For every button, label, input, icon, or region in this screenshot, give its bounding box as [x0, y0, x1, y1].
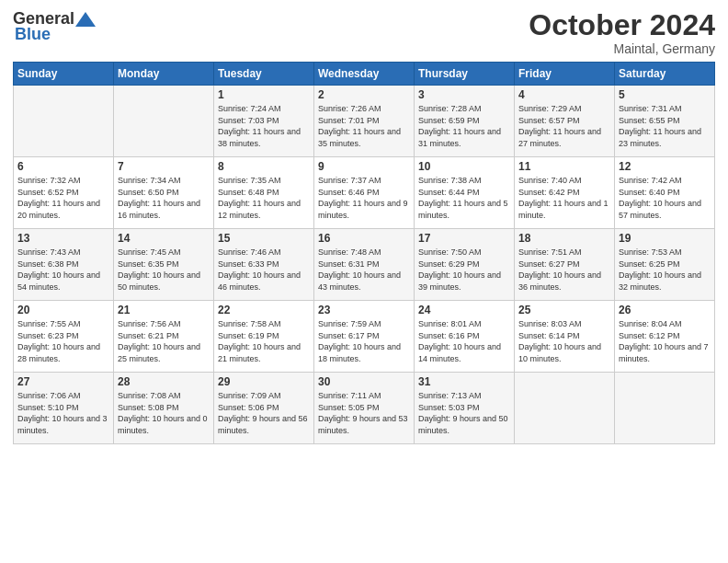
page-container: General Blue October 2024 Maintal, Germa…	[0, 0, 728, 454]
day-number: 11	[518, 160, 610, 173]
day-number: 7	[118, 160, 210, 173]
day-number: 21	[118, 304, 210, 316]
calendar-cell: 19Sunrise: 7:53 AM Sunset: 6:25 PM Dayli…	[615, 229, 715, 301]
day-number: 25	[518, 304, 610, 316]
calendar-cell	[615, 373, 715, 444]
day-info: Sunrise: 7:51 AM Sunset: 6:27 PM Dayligh…	[518, 247, 610, 293]
day-number: 4	[518, 88, 610, 101]
day-number: 28	[118, 375, 210, 388]
day-info: Sunrise: 7:09 AM Sunset: 5:06 PM Dayligh…	[218, 390, 310, 436]
calendar-table: SundayMondayTuesdayWednesdayThursdayFrid…	[13, 62, 715, 444]
day-number: 19	[619, 232, 711, 245]
logo-block: General Blue	[13, 9, 97, 44]
weekday-header-wednesday: Wednesday	[314, 63, 415, 86]
calendar-week-row: 20Sunrise: 7:55 AM Sunset: 6:23 PM Dayli…	[14, 301, 715, 373]
day-info: Sunrise: 7:08 AM Sunset: 5:08 PM Dayligh…	[118, 390, 210, 436]
calendar-cell: 31Sunrise: 7:13 AM Sunset: 5:03 PM Dayli…	[415, 373, 515, 444]
weekday-header-sunday: Sunday	[14, 63, 114, 86]
logo-icon	[75, 12, 96, 27]
day-number: 22	[218, 304, 310, 316]
day-number: 20	[17, 304, 109, 316]
day-info: Sunrise: 7:58 AM Sunset: 6:19 PM Dayligh…	[218, 318, 310, 364]
day-number: 16	[318, 232, 410, 245]
calendar-cell: 29Sunrise: 7:09 AM Sunset: 5:06 PM Dayli…	[214, 373, 314, 444]
day-info: Sunrise: 7:24 AM Sunset: 7:03 PM Dayligh…	[218, 103, 310, 149]
day-info: Sunrise: 7:53 AM Sunset: 6:25 PM Dayligh…	[619, 247, 711, 293]
calendar-cell: 1Sunrise: 7:24 AM Sunset: 7:03 PM Daylig…	[214, 86, 314, 157]
day-number: 1	[218, 88, 310, 101]
day-info: Sunrise: 7:06 AM Sunset: 5:10 PM Dayligh…	[17, 390, 109, 436]
day-number: 9	[318, 160, 410, 173]
day-number: 29	[218, 375, 310, 388]
calendar-cell: 9Sunrise: 7:37 AM Sunset: 6:46 PM Daylig…	[314, 157, 415, 229]
calendar-cell: 7Sunrise: 7:34 AM Sunset: 6:50 PM Daylig…	[114, 157, 214, 229]
weekday-header-monday: Monday	[114, 63, 214, 86]
calendar-cell	[515, 373, 615, 444]
day-info: Sunrise: 7:43 AM Sunset: 6:38 PM Dayligh…	[17, 247, 109, 293]
location: Maintal, Germany	[529, 41, 715, 56]
day-info: Sunrise: 7:37 AM Sunset: 6:46 PM Dayligh…	[318, 175, 410, 221]
calendar-cell: 18Sunrise: 7:51 AM Sunset: 6:27 PM Dayli…	[515, 229, 615, 301]
day-info: Sunrise: 7:46 AM Sunset: 6:33 PM Dayligh…	[218, 247, 310, 293]
calendar-cell: 14Sunrise: 7:45 AM Sunset: 6:35 PM Dayli…	[114, 229, 214, 301]
calendar-cell: 13Sunrise: 7:43 AM Sunset: 6:38 PM Dayli…	[14, 229, 114, 301]
calendar-week-row: 1Sunrise: 7:24 AM Sunset: 7:03 PM Daylig…	[14, 86, 715, 157]
day-number: 5	[619, 88, 711, 101]
weekday-header-thursday: Thursday	[415, 63, 515, 86]
calendar-cell	[14, 86, 114, 157]
day-info: Sunrise: 7:40 AM Sunset: 6:42 PM Dayligh…	[518, 175, 610, 221]
calendar-cell: 15Sunrise: 7:46 AM Sunset: 6:33 PM Dayli…	[214, 229, 314, 301]
day-number: 10	[418, 160, 510, 173]
day-info: Sunrise: 7:50 AM Sunset: 6:29 PM Dayligh…	[418, 247, 510, 293]
day-info: Sunrise: 7:28 AM Sunset: 6:59 PM Dayligh…	[418, 103, 510, 149]
day-info: Sunrise: 7:31 AM Sunset: 6:55 PM Dayligh…	[619, 103, 711, 149]
calendar-cell: 11Sunrise: 7:40 AM Sunset: 6:42 PM Dayli…	[515, 157, 615, 229]
day-info: Sunrise: 7:59 AM Sunset: 6:17 PM Dayligh…	[318, 318, 410, 364]
day-info: Sunrise: 7:38 AM Sunset: 6:44 PM Dayligh…	[418, 175, 510, 221]
calendar-cell: 4Sunrise: 7:29 AM Sunset: 6:57 PM Daylig…	[515, 86, 615, 157]
day-number: 17	[418, 232, 510, 245]
calendar-cell: 3Sunrise: 7:28 AM Sunset: 6:59 PM Daylig…	[415, 86, 515, 157]
calendar-cell: 5Sunrise: 7:31 AM Sunset: 6:55 PM Daylig…	[615, 86, 715, 157]
weekday-header-row: SundayMondayTuesdayWednesdayThursdayFrid…	[14, 63, 715, 86]
month-title: October 2024	[529, 9, 715, 41]
calendar-cell: 24Sunrise: 8:01 AM Sunset: 6:16 PM Dayli…	[415, 301, 515, 373]
calendar-cell: 10Sunrise: 7:38 AM Sunset: 6:44 PM Dayli…	[415, 157, 515, 229]
day-number: 12	[619, 160, 711, 173]
day-info: Sunrise: 7:32 AM Sunset: 6:52 PM Dayligh…	[17, 175, 109, 221]
day-number: 30	[318, 375, 410, 388]
day-number: 6	[17, 160, 109, 173]
svg-marker-1	[81, 19, 88, 27]
day-number: 14	[118, 232, 210, 245]
day-info: Sunrise: 8:04 AM Sunset: 6:12 PM Dayligh…	[619, 318, 711, 364]
calendar-week-row: 6Sunrise: 7:32 AM Sunset: 6:52 PM Daylig…	[14, 157, 715, 229]
day-info: Sunrise: 7:48 AM Sunset: 6:31 PM Dayligh…	[318, 247, 410, 293]
day-info: Sunrise: 7:56 AM Sunset: 6:21 PM Dayligh…	[118, 318, 210, 364]
day-info: Sunrise: 7:34 AM Sunset: 6:50 PM Dayligh…	[118, 175, 210, 221]
day-info: Sunrise: 7:11 AM Sunset: 5:05 PM Dayligh…	[318, 390, 410, 436]
day-number: 31	[418, 375, 510, 388]
day-info: Sunrise: 7:45 AM Sunset: 6:35 PM Dayligh…	[118, 247, 210, 293]
weekday-header-tuesday: Tuesday	[214, 63, 314, 86]
day-number: 8	[218, 160, 310, 173]
calendar-cell	[114, 86, 214, 157]
day-number: 15	[218, 232, 310, 245]
page-header: General Blue October 2024 Maintal, Germa…	[13, 9, 715, 56]
day-info: Sunrise: 7:35 AM Sunset: 6:48 PM Dayligh…	[218, 175, 310, 221]
calendar-cell: 2Sunrise: 7:26 AM Sunset: 7:01 PM Daylig…	[314, 86, 415, 157]
day-number: 24	[418, 304, 510, 316]
day-info: Sunrise: 7:42 AM Sunset: 6:40 PM Dayligh…	[619, 175, 711, 221]
calendar-cell: 27Sunrise: 7:06 AM Sunset: 5:10 PM Dayli…	[14, 373, 114, 444]
day-info: Sunrise: 8:01 AM Sunset: 6:16 PM Dayligh…	[418, 318, 510, 364]
day-number: 2	[318, 88, 410, 101]
calendar-week-row: 13Sunrise: 7:43 AM Sunset: 6:38 PM Dayli…	[14, 229, 715, 301]
calendar-cell: 28Sunrise: 7:08 AM Sunset: 5:08 PM Dayli…	[114, 373, 214, 444]
calendar-cell: 6Sunrise: 7:32 AM Sunset: 6:52 PM Daylig…	[14, 157, 114, 229]
calendar-cell: 30Sunrise: 7:11 AM Sunset: 5:05 PM Dayli…	[314, 373, 415, 444]
day-number: 3	[418, 88, 510, 101]
calendar-cell: 21Sunrise: 7:56 AM Sunset: 6:21 PM Dayli…	[114, 301, 214, 373]
calendar-cell: 16Sunrise: 7:48 AM Sunset: 6:31 PM Dayli…	[314, 229, 415, 301]
calendar-week-row: 27Sunrise: 7:06 AM Sunset: 5:10 PM Dayli…	[14, 373, 715, 444]
calendar-cell: 20Sunrise: 7:55 AM Sunset: 6:23 PM Dayli…	[14, 301, 114, 373]
day-info: Sunrise: 8:03 AM Sunset: 6:14 PM Dayligh…	[518, 318, 610, 364]
